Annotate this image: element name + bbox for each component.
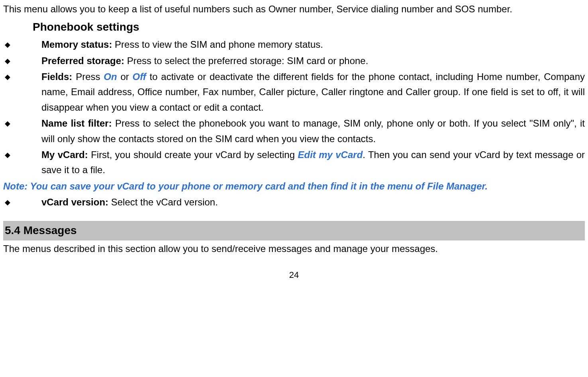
item-label: vCard version: bbox=[41, 197, 108, 207]
list-item: ◆ My vCard: First, you should create you… bbox=[3, 147, 585, 178]
bullet-icon: ◆ bbox=[5, 147, 10, 162]
item-text: Press to select the preferred storage: S… bbox=[124, 55, 368, 66]
list-item: ◆ Fields: Press On or Off to activate or… bbox=[3, 69, 585, 115]
item-text-mid: or bbox=[117, 71, 133, 82]
item-text-pre: Press bbox=[72, 71, 104, 82]
section-body: The menus described in this section allo… bbox=[3, 241, 585, 256]
item-label: Preferred storage: bbox=[41, 55, 124, 66]
bullet-icon: ◆ bbox=[5, 195, 10, 210]
bullet-icon: ◆ bbox=[5, 53, 10, 68]
list-item: ◆ Memory status: Press to view the SIM a… bbox=[3, 37, 585, 52]
item-text: Press to select the phonebook you want t… bbox=[41, 118, 585, 144]
page-number: 24 bbox=[3, 268, 585, 282]
intro-paragraph: This menu allows you to keep a list of u… bbox=[3, 2, 585, 17]
item-text: Select the vCard version. bbox=[108, 197, 218, 207]
bullet-icon: ◆ bbox=[5, 116, 10, 131]
item-label: Memory status: bbox=[41, 39, 112, 50]
list-item: ◆ vCard version: Select the vCard versio… bbox=[3, 195, 585, 210]
list-item: ◆ Preferred storage: Press to select the… bbox=[3, 53, 585, 68]
section-heading-messages: 5.4 Messages bbox=[3, 221, 585, 240]
bullet-icon: ◆ bbox=[5, 69, 10, 84]
note-paragraph: Note: You can save your vCard to your ph… bbox=[3, 179, 585, 194]
item-text: Press to view the SIM and phone memory s… bbox=[112, 39, 323, 50]
item-label: Name list filter: bbox=[41, 118, 112, 129]
emphasis-off: Off bbox=[133, 71, 146, 82]
settings-list: ◆ Memory status: Press to view the SIM a… bbox=[3, 37, 585, 178]
item-label: Fields: bbox=[41, 71, 72, 82]
phonebook-settings-heading: Phonebook settings bbox=[33, 18, 585, 36]
settings-list-2: ◆ vCard version: Select the vCard versio… bbox=[3, 195, 585, 210]
emphasis-on: On bbox=[104, 71, 117, 82]
item-label: My vCard: bbox=[41, 149, 88, 160]
list-item: ◆ Name list filter: Press to select the … bbox=[3, 116, 585, 147]
item-text-pre: First, you should create your vCard by s… bbox=[88, 149, 298, 160]
bullet-icon: ◆ bbox=[5, 37, 10, 52]
emphasis-edit-vcard: Edit my vCard bbox=[298, 149, 363, 160]
